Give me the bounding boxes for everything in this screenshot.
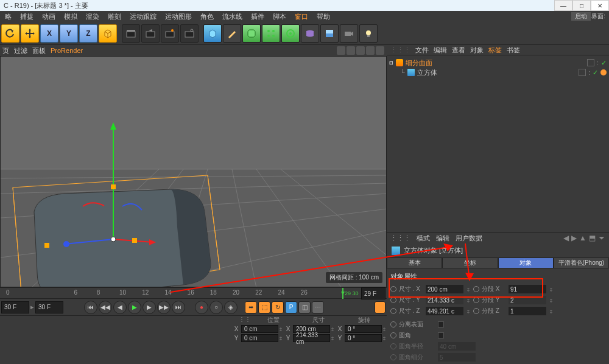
menu-模拟[interactable]: 模拟 (60, 12, 81, 21)
tree-row[interactable]: ⊟ 细分曲面 : ✓ (389, 58, 607, 68)
tree-row[interactable]: └ 立方体 : ✓ (389, 68, 607, 77)
effector-button[interactable] (281, 24, 300, 43)
vp-nav-icon[interactable] (356, 46, 365, 55)
key-options[interactable]: ⋯ (312, 301, 324, 313)
pen-tool[interactable] (223, 24, 241, 43)
menu-渲染[interactable]: 渲染 (82, 12, 103, 21)
attr-anim-toggle[interactable] (390, 321, 396, 327)
start-frame-input[interactable]: 30 F (1, 301, 29, 313)
size-input[interactable]: 449.201 c (426, 307, 463, 315)
render-region-button[interactable] (141, 24, 160, 43)
close-button[interactable]: ✕ (591, 0, 609, 11)
prev-frame-button[interactable]: ◀ (113, 301, 127, 314)
panel-grip-icon[interactable]: ⋮⋮⋮ (390, 46, 410, 54)
attr-nav-menu[interactable]: ⏷ (598, 234, 605, 242)
layer-toggle[interactable] (587, 59, 594, 66)
viewport-3d[interactable]: 网格间距 : 100 cm (0, 56, 387, 287)
camera-button[interactable] (340, 24, 358, 43)
layer-toggle[interactable] (579, 69, 586, 76)
timeline-ruler[interactable]: 29 30 29 F 068101214161820222426 (0, 287, 387, 298)
keyframe-button[interactable]: ◈ (224, 301, 238, 314)
panel-grip-icon[interactable]: ⋮⋮⋮ (390, 234, 410, 242)
attr-anim-toggle[interactable] (390, 297, 396, 303)
render-settings-button[interactable] (180, 24, 199, 43)
vp-nav-icon[interactable] (347, 46, 355, 55)
record-button[interactable]: ● (195, 301, 208, 314)
minimize-button[interactable]: — (554, 0, 572, 11)
vp-nav-icon[interactable] (337, 46, 345, 55)
attr-nav-home[interactable]: ⬒ (589, 234, 596, 242)
vp-nav-icon[interactable] (376, 46, 384, 55)
object-tree[interactable]: ⊟ 细分曲面 : ✓ └ 立方体 : ✓ (387, 55, 609, 232)
z-axis-toggle[interactable]: Z (79, 24, 97, 43)
subdivision-surface-button[interactable] (242, 24, 261, 43)
attr-tab-坐标[interactable]: 坐标 (442, 257, 498, 268)
material-preview-icon[interactable] (375, 301, 385, 313)
attr-anim-toggle[interactable] (473, 286, 479, 292)
menu-角色[interactable]: 角色 (197, 12, 217, 21)
visibility-toggle[interactable]: ✓ (601, 59, 607, 67)
attr-nav-back[interactable]: ◀ (563, 234, 569, 242)
prev-key-button[interactable]: ◀◀ (99, 301, 112, 314)
obj-tab[interactable]: 编辑 (434, 46, 447, 54)
size-input[interactable]: 214.333 c (426, 296, 463, 304)
menu-略[interactable]: 略 (1, 12, 15, 21)
position-input[interactable]: 0 cm (241, 334, 278, 342)
autokey-button[interactable]: ○ (209, 301, 223, 314)
environment-button[interactable] (320, 24, 339, 43)
menu-窗口[interactable]: 窗口 (291, 12, 312, 21)
menu-运动跟踪[interactable]: 运动跟踪 (126, 12, 160, 21)
add-cube-button[interactable] (203, 24, 222, 43)
undo-button[interactable] (1, 24, 19, 43)
rotation-key-toggle[interactable]: ↻ (272, 301, 284, 313)
segment-input[interactable]: 1 (509, 307, 546, 315)
render-view-button[interactable] (122, 24, 140, 43)
menu-雕刻[interactable]: 雕刻 (104, 12, 125, 21)
scale-key-toggle[interactable]: ⬚ (258, 301, 270, 313)
light-button[interactable] (359, 24, 378, 43)
visibility-toggle[interactable]: ✓ (593, 69, 598, 77)
attr-tab-平滑着色(Phong)[interactable]: 平滑着色(Phong) (554, 257, 609, 268)
render-picture-viewer-button[interactable] (161, 24, 179, 43)
phong-tag-icon[interactable] (600, 69, 607, 75)
param-key-toggle[interactable]: P (285, 301, 297, 313)
obj-tab[interactable]: 书签 (507, 46, 520, 54)
menu-脚本[interactable]: 脚本 (269, 12, 290, 21)
deformer-button[interactable] (301, 24, 319, 43)
position-key-toggle[interactable]: ⬌ (245, 301, 257, 313)
attr-panel-tab[interactable]: 用户数据 (456, 234, 482, 242)
checkbox[interactable] (438, 332, 444, 338)
vp-tab[interactable]: 面板 (32, 46, 46, 55)
rotation-input[interactable]: 0 ° (345, 325, 382, 333)
attr-anim-toggle[interactable] (390, 286, 396, 292)
current-frame-input[interactable]: 30 F (35, 301, 63, 313)
rotation-input[interactable]: 0 ° (345, 334, 382, 342)
attr-anim-toggle[interactable] (473, 297, 479, 303)
size-input[interactable]: 200 cm (426, 285, 463, 293)
move-tool[interactable] (21, 24, 39, 43)
attr-panel-tab[interactable]: 模式 (417, 234, 430, 242)
menu-捕捉[interactable]: 捕捉 (16, 12, 37, 21)
attr-tab-对象[interactable]: 对象 (498, 257, 554, 268)
pla-key-toggle[interactable]: ◫ (298, 301, 311, 313)
obj-tab[interactable]: 对象 (470, 46, 484, 54)
startup-layout-button[interactable]: 启动 (571, 12, 591, 21)
segment-input[interactable]: 91 (509, 285, 546, 293)
vp-nav-icon[interactable] (366, 46, 375, 55)
attr-anim-toggle[interactable] (473, 308, 479, 314)
goto-start-button[interactable]: ⏮ (84, 301, 97, 314)
segment-input[interactable]: 2 (509, 296, 546, 304)
obj-tab[interactable]: 标签 (488, 46, 502, 54)
next-key-button[interactable]: ▶▶ (157, 301, 171, 314)
next-frame-button[interactable]: ▶ (143, 301, 156, 314)
playhead-marker[interactable] (342, 288, 343, 299)
menu-流水线[interactable]: 流水线 (219, 12, 246, 21)
menu-帮助[interactable]: 帮助 (313, 12, 334, 21)
menu-动画[interactable]: 动画 (38, 12, 59, 21)
attr-panel-tab[interactable]: 编辑 (436, 234, 449, 242)
maximize-button[interactable]: □ (572, 0, 591, 11)
array-button[interactable] (262, 24, 280, 43)
x-axis-toggle[interactable]: X (40, 24, 58, 43)
y-axis-toggle[interactable]: Y (60, 24, 78, 43)
attr-anim-toggle[interactable] (390, 308, 396, 314)
